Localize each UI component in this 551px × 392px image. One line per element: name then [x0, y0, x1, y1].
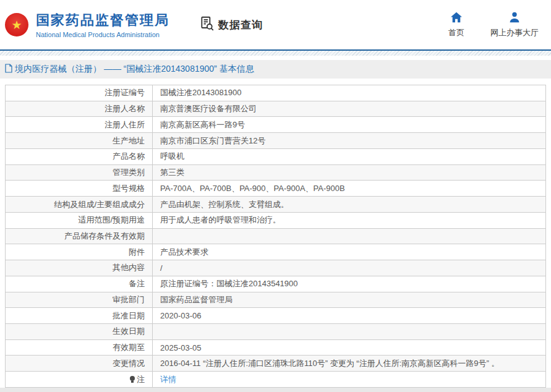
table-row: 附件产品技术要求	[6, 244, 545, 260]
person-icon	[508, 12, 521, 27]
site-logo[interactable]: ★ 国家药品监督管理局 National Medical Products Ad…	[5, 11, 169, 38]
row-value: 2020-03-06	[153, 308, 545, 323]
nav-service-hall-label: 网上办事大厅	[490, 27, 539, 38]
row-label: 型号规格	[6, 181, 153, 196]
row-value: 用于成人患者的呼吸管理和治疗。	[153, 213, 545, 228]
nav-data-query[interactable]: 数据查询	[199, 15, 263, 35]
page-header: ★ 国家药品监督管理局 National Medical Products Ad…	[0, 0, 551, 49]
nav-service-hall[interactable]: 网上办事大厅	[490, 12, 539, 38]
table-row: 批准日期2020-03-06	[6, 308, 545, 324]
table-row: 型号规格PA-700A、PA-700B、PA-900、PA-900A、PA-90…	[6, 181, 545, 197]
row-value: 南京高新区高科一路9号	[153, 117, 545, 132]
row-label: 备注	[6, 276, 153, 292]
row-label: 结构及组成/主要组成成分	[6, 197, 153, 212]
row-label: 有效期至	[6, 340, 153, 356]
table-row: 变更情况2016-04-11 “注册人住所:浦口区浦珠北路110号” 变更为 “…	[6, 356, 545, 372]
row-value: 产品技术要求	[153, 244, 545, 260]
table-row: 注详情	[6, 372, 545, 387]
breadcrumb-text: 境内医疗器械（注册） —— “国械注准20143081900” 基本信息	[15, 64, 254, 75]
breadcrumb: 境内医疗器械（注册） —— “国械注准20143081900” 基本信息	[0, 60, 551, 79]
footer-strip	[0, 388, 551, 392]
row-value: 原注册证编号：国械注准20143541900	[153, 276, 545, 292]
doc-search-icon	[199, 15, 218, 35]
org-names: 国家药品监督管理局 National Medical Products Admi…	[36, 11, 169, 38]
table-row: 审批部门国家药品监督管理局	[6, 292, 545, 309]
row-value	[153, 229, 545, 244]
row-label: 批准日期	[6, 308, 153, 323]
row-label: 其他内容	[6, 260, 153, 276]
row-label: 产品储存条件及有效期	[6, 229, 153, 244]
table-row: 结构及组成/主要组成成分产品由机架、控制系统、支臂组成。	[6, 197, 545, 213]
table-row: 产品名称呼吸机	[6, 149, 545, 165]
table-row: 其他内容/	[6, 260, 545, 276]
row-label: 产品名称	[6, 149, 153, 164]
nav-home-label: 首页	[448, 27, 464, 38]
table-row: 产品储存条件及有效期	[6, 229, 545, 245]
table-row: 注册人名称南京普澳医疗设备有限公司	[6, 101, 545, 117]
row-value	[153, 324, 545, 339]
row-label: 生产地址	[6, 133, 153, 148]
row-label: 生效日期	[6, 324, 153, 339]
row-label: 注册证编号	[6, 85, 153, 101]
table-row: 管理类别第三类	[6, 165, 545, 181]
row-value: 国家药品监督管理局	[153, 292, 545, 308]
row-label: 变更情况	[6, 356, 153, 371]
row-value[interactable]: 详情	[153, 372, 545, 387]
document-icon	[5, 64, 15, 75]
national-emblem-icon: ★	[5, 13, 28, 36]
table-row: 生效日期	[6, 324, 545, 340]
row-value: 第三类	[153, 165, 545, 181]
org-name-en: National Medical Products Administration	[36, 31, 169, 38]
home-icon	[450, 12, 463, 27]
row-value: 南京市浦口区东门曹营关12号	[153, 133, 545, 148]
table-row: 生产地址南京市浦口区东门曹营关12号	[6, 133, 545, 149]
table-row: 备注原注册证编号：国械注准20143541900	[6, 276, 545, 292]
row-label: 审批部门	[6, 292, 153, 308]
nav-home[interactable]: 首页	[448, 12, 464, 38]
table-row: 注册人住所南京高新区高科一路9号	[6, 117, 545, 133]
row-value: 2025-03-05	[153, 340, 545, 356]
table-row: 适用范围/预期用途用于成人患者的呼吸管理和治疗。	[6, 213, 545, 229]
row-value: 国械注准20143081900	[153, 85, 545, 101]
row-value: /	[153, 260, 545, 276]
row-value: 产品由机架、控制系统、支臂组成。	[153, 197, 545, 212]
row-value: 呼吸机	[153, 149, 545, 164]
row-value: 2016-04-11 “注册人住所:浦口区浦珠北路110号” 变更为 “注册人住…	[153, 356, 545, 371]
table-row: 有效期至2025-03-05	[6, 340, 545, 356]
row-label: 适用范围/预期用途	[6, 213, 153, 228]
row-label: 注	[6, 372, 153, 387]
row-label: 注册人住所	[6, 117, 153, 132]
row-label: 附件	[6, 244, 153, 260]
row-value: PA-700A、PA-700B、PA-900、PA-900A、PA-900B	[153, 181, 545, 196]
row-label: 注册人名称	[6, 101, 153, 117]
table-row: 注册证编号国械注准20143081900	[6, 85, 545, 101]
row-label: 管理类别	[6, 165, 153, 181]
header-hatch-band	[0, 51, 551, 56]
row-value: 南京普澳医疗设备有限公司	[153, 101, 545, 117]
org-name-cn: 国家药品监督管理局	[36, 11, 169, 30]
detail-link[interactable]: 详情	[160, 374, 176, 385]
nav-data-query-label: 数据查询	[218, 18, 263, 32]
info-table: 注册证编号国械注准20143081900注册人名称南京普澳医疗设备有限公司注册人…	[5, 85, 546, 388]
bulb-icon	[130, 376, 135, 381]
